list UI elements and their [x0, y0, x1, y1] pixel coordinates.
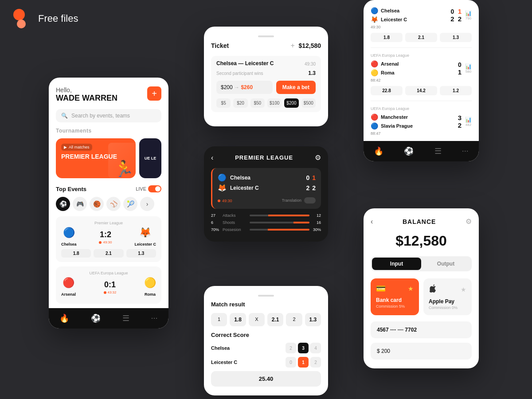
shoots-bar [250, 222, 309, 223]
total-button[interactable]: 25.40 [211, 371, 321, 387]
balance-gear-icon[interactable]: ⚙ [466, 217, 472, 226]
result-2-odds[interactable]: 1.3 [305, 313, 321, 326]
odd2-a[interactable]: 22.8 [371, 86, 403, 95]
match1-live: 49:30 [99, 240, 112, 244]
quick-bet-200[interactable]: $200 [284, 98, 298, 108]
match2-teams: 🔴 Arsenal 0:1 43:32 🟡 Roma [61, 277, 156, 297]
banner-all-matches[interactable]: ▶ All matches [61, 144, 92, 151]
score-list-manchester-row: 🔴 Manchester [371, 113, 413, 121]
payment-bank-card[interactable]: 💳 ★ Bank card Commission 5% [371, 278, 419, 315]
header-title: Free files [38, 13, 78, 24]
sport-tab-more[interactable]: › [140, 197, 154, 211]
chart-icon-2: 📊 [465, 63, 472, 70]
quick-bet-20[interactable]: $20 [233, 98, 247, 108]
result-x-odds[interactable]: 2.1 [267, 313, 283, 326]
tab-input[interactable]: Input [372, 258, 421, 270]
tab-output[interactable]: Output [421, 258, 470, 270]
live-dot-dark [218, 200, 220, 202]
banner-premier-league[interactable]: ▶ All matches PREMIER LEAGUE 🏃 [56, 138, 136, 178]
result-x[interactable]: X [249, 313, 265, 326]
quick-bet-5[interactable]: $5 [216, 98, 231, 108]
ticket-plus-icon: + [291, 42, 295, 49]
chelsea-score-4[interactable]: 4 [310, 343, 321, 353]
sport-tab-tennis[interactable]: 🎾 [123, 197, 137, 211]
payment-apple-pay[interactable]: ★ Apple Pay Commission 0% [423, 278, 472, 315]
score-col-1: 0 2 [450, 8, 454, 23]
score3-1: 3 [458, 114, 462, 121]
result-1[interactable]: 1 [211, 313, 227, 326]
odd1-c[interactable]: 1.3 [440, 33, 472, 42]
nav-more[interactable]: ··· [151, 313, 158, 323]
gear-icon[interactable]: ⚙ [315, 153, 321, 162]
odd1-b[interactable]: 2.1 [405, 33, 437, 42]
logo-circle1 [13, 9, 25, 20]
leicester-score-area: 2 2 [306, 184, 316, 192]
chelsea-score-2[interactable]: 2 [286, 343, 296, 353]
quick-bets: $5 $20 $50 $100 $200 $500 [216, 98, 316, 108]
search-bar[interactable]: 🔍 Search by events, teams [56, 109, 161, 122]
odd1-a[interactable]: 1.8 [371, 33, 403, 42]
sport-tab-baseball[interactable]: ⚾ [106, 197, 121, 211]
nav5-menu[interactable]: ☰ [434, 146, 442, 156]
match2-team2-name: Roma [145, 292, 156, 297]
match2-score: 0:1 [104, 280, 117, 289]
sport-tab-football[interactable]: ⚽ [56, 197, 70, 211]
score2-1: 0 [458, 61, 462, 68]
cs-leicester-row: Leicester C 0 1 2 [211, 357, 321, 368]
score-block-1: 0 2 1 2 📊 790 [450, 8, 472, 23]
banner-player: 🏃 [108, 143, 136, 178]
nav5-fire[interactable]: 🔥 [374, 146, 383, 156]
bet-amount-input[interactable]: $200 → $260 [216, 81, 273, 94]
chelsea-score-3[interactable]: 3 [298, 343, 309, 353]
score1-3: 2 [450, 15, 454, 23]
score1-4: 2 [458, 15, 462, 23]
nav5-soccer[interactable]: ⚽ [404, 146, 414, 156]
make-bet-button[interactable]: Make a bet [276, 81, 316, 94]
match2-league: UEFA Europa League [61, 271, 156, 275]
stat-shoots: 6 Shoots 16 [211, 220, 321, 225]
chelsea-team-left: 🔵 Chelsea [218, 173, 250, 182]
nav-menu[interactable]: ☰ [122, 313, 129, 323]
quick-bet-50[interactable]: $50 [250, 98, 265, 108]
nav-fire[interactable]: 🔥 [59, 313, 69, 323]
score-list-item-3: UEFA Europa League 🔴 Manchester 🔵 Slavia… [371, 106, 472, 136]
balance-back-icon[interactable]: ‹ [371, 218, 373, 226]
nav-soccer[interactable]: ⚽ [91, 313, 101, 323]
nav5-more[interactable]: ··· [462, 146, 469, 156]
ticket-amount-area: + $12,580 [291, 42, 321, 50]
odds-row-1: 1.8 2.1 1.3 [371, 33, 472, 42]
quick-bet-100[interactable]: $100 [267, 98, 282, 108]
sport-tab-esports[interactable]: 🎮 [73, 197, 87, 211]
odd2-b[interactable]: 14.2 [405, 86, 437, 95]
odd2-c[interactable]: 1.2 [440, 86, 472, 95]
odd1-3[interactable]: 1.3 [126, 249, 156, 258]
sports-tabs: ⚽ 🎮 🏀 ⚾ 🎾 › [56, 197, 161, 211]
league2-label: UEFA Europa League [371, 53, 472, 58]
chart-1: 📊 790 [465, 10, 472, 20]
score-list-slavia: 🔵 Slavia Prague [371, 122, 413, 129]
result-1-odds[interactable]: 1.8 [230, 313, 246, 326]
match1-team2-name: Leicester C [134, 242, 156, 246]
card-number[interactable]: 4567 ···· ···· 7702 [371, 321, 472, 338]
bet-item: Chelsea — Leicester C 49:30 Second parti… [211, 56, 321, 112]
leicester-score-2[interactable]: 2 [310, 357, 321, 368]
match1-team1-name: Chelsea [61, 242, 77, 246]
quick-bet-500[interactable]: $500 [301, 98, 316, 108]
live-toggle[interactable] [148, 185, 161, 192]
bet-meta: Chelsea — Leicester C 49:30 [216, 60, 316, 67]
leicester-score-1[interactable]: 1 [298, 357, 309, 368]
translation-toggle[interactable] [304, 197, 316, 203]
result-2[interactable]: 2 [286, 313, 302, 326]
phone3-container: ‹ PREMIER LEAGUE ⚙ 🔵 Chelsea 0 1 🦊 Leice… [204, 146, 328, 242]
chelsea-list-icon: 🔵 [371, 7, 378, 14]
leicester-score-0[interactable]: 0 [286, 357, 296, 368]
sport-tab-basketball[interactable]: 🏀 [90, 197, 104, 211]
banner-side-league[interactable]: UE LE [139, 138, 161, 178]
odd1-2[interactable]: 2.1 [94, 249, 123, 258]
score-list-item-1: 🔵 Chelsea 🦊 Leicester C 0 2 1 [371, 7, 472, 48]
search-icon: 🔍 [61, 113, 68, 119]
ticket-amount: $12,580 [298, 42, 321, 49]
odd1-1[interactable]: 1.8 [61, 249, 91, 258]
amount-input[interactable]: $ 200 [371, 343, 472, 360]
plus-button[interactable]: + [147, 86, 161, 101]
